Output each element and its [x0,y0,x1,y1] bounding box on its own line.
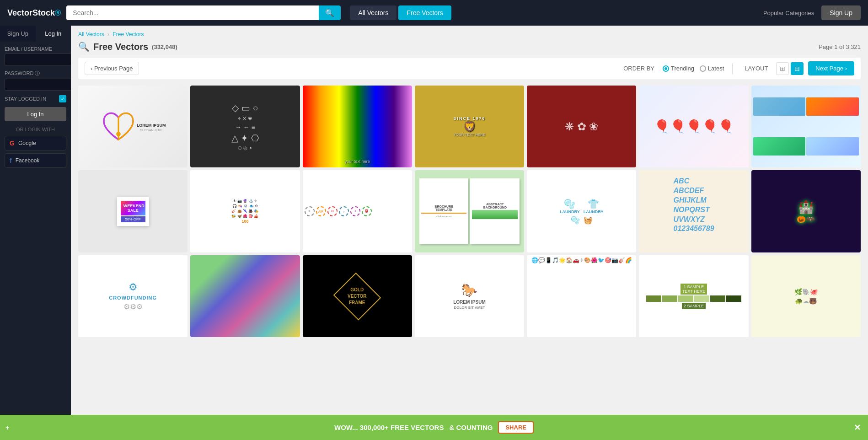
facebook-icon: f [10,157,12,164]
image-card[interactable]: 👁 📷 🔮 ⚓ ✈ 🎧 👒 💀 🐟 ⚙ 🎸 👜 🌂 🎩 🎭 🐝 🦋 🌺 🎯 🎪 … [190,170,300,252]
image-card[interactable]: 🏰 🎃🦇 [751,170,861,252]
image-card[interactable]: ◇ ▭ ○ ⌖ ✕ ♛ → ← ≡ △ ✦ ⎔ ⬡ ◎ ✴ [190,86,300,167]
order-by-label: ORDER BY [623,65,654,72]
latest-label: Latest [708,65,724,72]
tab-all-vectors[interactable]: All Vectors [350,5,396,20]
email-input-wrap: ✕ [5,54,66,65]
stay-logged-row: STAY LOGGED IN ✓ [5,95,66,102]
prev-page-button[interactable]: ‹ Previous Page [85,62,139,75]
password-input[interactable] [5,79,81,91]
banner-and-text: & COUNTING [449,424,493,431]
google-icon: G [10,140,15,147]
order-latest[interactable]: Latest [700,65,724,72]
banner-expand-icon[interactable]: + [5,424,9,431]
controls-bar: ‹ Previous Page ORDER BY Trending Latest… [78,58,861,79]
search-icon: 🔍 [78,41,90,52]
popular-categories-link[interactable]: Popular Categories [763,10,814,16]
google-login-button[interactable]: G Google [5,136,66,150]
image-card[interactable]: ✈ AIR ✉ ○ ✦ 📮 [303,170,412,252]
image-card[interactable] [751,86,861,167]
header-right: Popular Categories Sign Up [763,5,861,20]
image-card[interactable]: ❋ ✿ ❀ [527,86,636,167]
login-button[interactable]: Log In [5,107,66,121]
banner-close-button[interactable]: ✕ [854,423,861,433]
image-card[interactable]: 🌿🐘🐙 🐢☁🐻 [751,255,861,337]
page-count: (332,048) [152,43,177,50]
controls-divider [732,63,733,74]
search-container: 🔍 [66,5,341,20]
nav-tabs: All Vectors Free Vectors [350,5,451,20]
order-trending[interactable]: Trending [663,65,694,72]
layout-buttons: ⊞ ⊟ [776,62,804,75]
image-card[interactable]: GOLDVECTORFRAME [303,255,412,337]
or-login-label: OR LOGIN WITH [5,127,66,132]
bottom-banner: + WOW... 300,000+ FREE VECTORS & COUNTIN… [0,415,868,440]
image-card[interactable]: 1 SAMPLETEXT HERE 2 SAMPLE [639,255,748,337]
login-form: EMAIL / USERNAME ✕ PASSWORD ⓘ ✕ STAY LOG… [0,42,71,175]
image-card[interactable] [190,255,300,337]
stay-logged-label: STAY LOGGED IN [5,96,46,102]
sidebar: Sign Up Log In EMAIL / USERNAME ✕ PASSWO… [0,26,71,440]
auth-tab-login[interactable]: Log In [36,26,71,42]
header: VectorStock® 🔍 All Vectors Free Vectors … [0,0,868,26]
search-input[interactable] [66,5,319,20]
auth-tab-signup[interactable]: Sign Up [0,26,36,42]
layout-label: LAYOUT [745,65,768,72]
trending-radio[interactable] [663,65,669,72]
google-label: Google [18,140,36,146]
breadcrumb-all-vectors[interactable]: All Vectors [78,31,104,38]
email-input[interactable] [5,54,81,65]
controls-right: ORDER BY Trending Latest LAYOUT ⊞ ⊟ [623,61,854,75]
image-card[interactable]: 🐎 LOREM IPSUMDOLOR SIT AMET [415,255,524,337]
tab-free-vectors[interactable]: Free Vectors [398,5,451,20]
page-header: 🔍 Free Vectors (332,048) Page 1 of 3,321 [78,41,861,52]
layout-grid-large[interactable]: ⊟ [791,62,804,75]
svg-point-0 [116,132,121,136]
page-info: Page 1 of 3,321 [819,43,861,50]
abc-text: ABCABCDEFGHIJKLMNOPQRSTUVWXYZ0123456789 [670,173,718,237]
image-grid: LOREM IPSUMSLOGANHERE ◇ ▭ ○ ⌖ ✕ ♛ → ← ≡ … [78,86,861,337]
signup-button[interactable]: Sign Up [821,5,861,20]
auth-tabs: Sign Up Log In [0,26,71,42]
email-label: EMAIL / USERNAME [5,46,66,52]
page-title-text: Free Vectors [93,42,148,52]
image-card[interactable]: 🎈🎈🎈🎈🎈 [639,86,748,167]
image-card[interactable]: your text here [303,86,412,167]
breadcrumb-sep: › [107,31,109,38]
password-input-wrap: ✕ [5,79,66,91]
image-card[interactable]: ABCABCDEFGHIJKLMNOPQRSTUVWXYZ0123456789 [639,170,748,252]
search-button[interactable]: 🔍 [319,5,341,20]
banner-main-text: WOW... 300,000+ FREE VECTORS [334,424,444,431]
order-radio-group: Trending Latest [663,65,724,72]
image-card[interactable]: LOREM IPSUMSLOGANHERE [78,86,188,167]
stay-logged-checkbox[interactable]: ✓ [59,95,66,102]
breadcrumb-free-vectors[interactable]: Free Vectors [113,31,144,38]
main-content: All Vectors › Free Vectors 🔍 Free Vector… [71,26,868,440]
image-card[interactable]: 🫧 LAUNDRY 👕 LAUNDRY 🫧 🧺 [527,170,636,252]
next-page-button[interactable]: Next Page › [808,61,854,75]
layout-grid-small[interactable]: ⊞ [776,62,789,75]
page-title: 🔍 Free Vectors (332,048) [78,41,177,52]
latest-radio[interactable] [700,65,706,72]
page-body: Sign Up Log In EMAIL / USERNAME ✕ PASSWO… [0,26,868,440]
image-card[interactable]: BROCHURETEMPLATE click et amet ABSTRACTB… [415,170,524,252]
password-label: PASSWORD ⓘ [5,70,66,77]
facebook-label: Facebook [16,157,40,164]
banner-share-button[interactable]: SHARE [498,421,534,434]
trending-label: Trending [671,65,694,72]
image-card[interactable]: SINCE 1976 🦁 YOUR TEXT HERE [415,86,524,167]
controls-left: ‹ Previous Page [85,62,139,75]
logo: VectorStock® [7,8,61,18]
image-card[interactable]: PRO WEEKENDSALE 50% OFF [78,170,188,252]
image-card[interactable]: 🌐💬📱🎵🌟🏠🚗✈🎨🌺🐦🎯📷🎸🌈 [527,255,636,337]
breadcrumb: All Vectors › Free Vectors [78,31,861,38]
image-card[interactable]: ⚙ CROWDFUNDING ⚙⚙⚙ [78,255,188,337]
facebook-login-button[interactable]: f Facebook [5,153,66,168]
